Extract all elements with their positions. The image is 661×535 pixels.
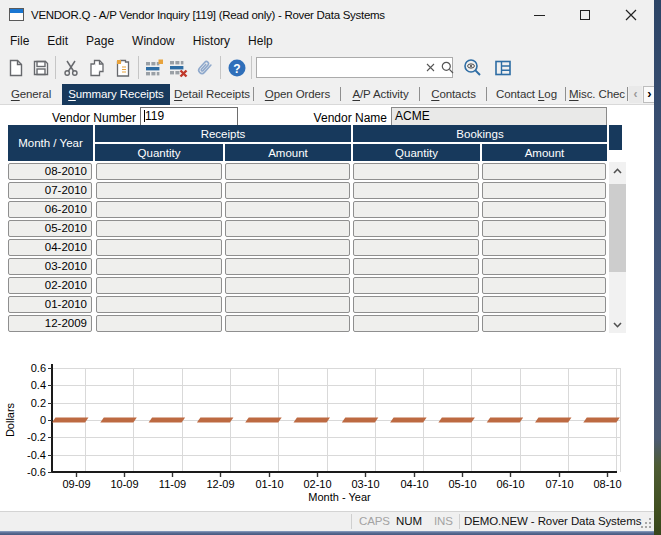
tab-contacts[interactable]: Contacts xyxy=(420,84,487,105)
row-month[interactable]: 12-2009 xyxy=(8,315,92,332)
series-dash-segment xyxy=(197,417,234,422)
row-cell[interactable] xyxy=(96,315,222,332)
table-scrollbar[interactable] xyxy=(609,162,626,333)
row-cell[interactable] xyxy=(353,277,479,294)
row-cell[interactable] xyxy=(96,277,222,294)
row-cell[interactable] xyxy=(96,220,222,237)
cut-button[interactable] xyxy=(61,58,81,78)
row-cell[interactable] xyxy=(482,239,606,256)
save-button[interactable] xyxy=(31,58,51,78)
delete-rows-icon xyxy=(168,58,188,78)
series-dash-segment xyxy=(342,417,379,422)
tab-contact-log[interactable]: Contact Log xyxy=(487,84,566,105)
row-cell[interactable] xyxy=(482,258,606,275)
row-cell[interactable] xyxy=(482,296,606,313)
y-axis-title: Dollars xyxy=(4,402,16,437)
row-month[interactable]: 06-2010 xyxy=(8,201,92,218)
menu-window[interactable]: Window xyxy=(123,30,184,52)
vendor-name-input[interactable]: ACME xyxy=(391,107,607,126)
tab-summary-receipts[interactable]: Summary Receipts xyxy=(62,84,170,105)
grid-view-button[interactable] xyxy=(493,58,513,78)
y-tick-label: 0.2 xyxy=(31,397,46,409)
minimize-button[interactable] xyxy=(516,0,562,30)
vendor-number-input[interactable]: 119 xyxy=(140,107,238,126)
menu-file[interactable]: File xyxy=(1,30,38,52)
menu-page[interactable]: Page xyxy=(77,30,123,52)
tab-misc-chec[interactable]: Misc. Chec xyxy=(566,84,628,105)
scroll-down-icon[interactable] xyxy=(609,316,626,333)
attachment-icon xyxy=(194,58,214,78)
tab-general[interactable]: General xyxy=(0,84,62,105)
help-icon: ? xyxy=(227,58,247,78)
clear-search-icon[interactable] xyxy=(424,61,437,74)
row-cell[interactable] xyxy=(353,201,479,218)
delete-rows-button[interactable] xyxy=(168,58,188,78)
lookup-eye-button[interactable] xyxy=(462,58,484,78)
row-cell[interactable] xyxy=(482,201,606,218)
new-document-button[interactable] xyxy=(6,58,26,78)
tab-scroll-left-button[interactable]: ‹ xyxy=(629,86,642,103)
row-cell[interactable] xyxy=(353,315,479,332)
help-button[interactable]: ? xyxy=(227,58,247,78)
insert-rows-button[interactable] xyxy=(144,58,164,78)
copy-button[interactable] xyxy=(87,58,107,78)
row-cell[interactable] xyxy=(96,239,222,256)
row-cell[interactable] xyxy=(353,163,479,180)
menu-history[interactable]: History xyxy=(184,30,239,52)
menu-edit[interactable]: Edit xyxy=(38,30,77,52)
row-cell[interactable] xyxy=(482,315,606,332)
search-icon[interactable] xyxy=(440,60,455,75)
row-cell[interactable] xyxy=(353,239,479,256)
row-month[interactable]: 05-2010 xyxy=(8,220,92,237)
header-bookings-quantity: Quantity xyxy=(353,144,480,161)
row-month[interactable]: 03-2010 xyxy=(8,258,92,275)
toolbar-separator xyxy=(251,56,252,79)
row-cell[interactable] xyxy=(96,201,222,218)
toolbar-separator xyxy=(138,56,139,79)
row-cell[interactable] xyxy=(96,296,222,313)
window-title: VENDOR.Q - A/P Vendor Inquiry [119] (Rea… xyxy=(31,0,385,30)
row-cell[interactable] xyxy=(482,220,606,237)
row-cell[interactable] xyxy=(225,163,350,180)
row-cell[interactable] xyxy=(353,296,479,313)
attachment-button[interactable] xyxy=(194,58,214,78)
row-cell[interactable] xyxy=(353,220,479,237)
row-cell[interactable] xyxy=(225,296,350,313)
row-cell[interactable] xyxy=(225,277,350,294)
row-month[interactable]: 04-2010 xyxy=(8,239,92,256)
row-cell[interactable] xyxy=(225,239,350,256)
row-month[interactable]: 02-2010 xyxy=(8,277,92,294)
x-tick-label: 06-10 xyxy=(496,478,524,490)
row-cell[interactable] xyxy=(96,163,222,180)
row-cell[interactable] xyxy=(225,201,350,218)
row-cell[interactable] xyxy=(482,182,606,199)
scroll-up-icon[interactable] xyxy=(609,162,626,179)
row-cell[interactable] xyxy=(225,220,350,237)
menu-help[interactable]: Help xyxy=(239,30,282,52)
series-dash-segment xyxy=(535,417,572,422)
tab-a-p-activity[interactable]: A/P Activity xyxy=(341,84,420,105)
resize-grip[interactable] xyxy=(641,518,653,529)
vendor-number-label: Vendor Number xyxy=(37,110,136,126)
row-cell[interactable] xyxy=(225,182,350,199)
row-cell[interactable] xyxy=(482,277,606,294)
tab-open-orders[interactable]: Open Orders xyxy=(254,84,341,105)
row-cell[interactable] xyxy=(96,182,222,199)
tab-detail-receipts[interactable]: Detail Receipts xyxy=(170,84,254,105)
close-button[interactable] xyxy=(608,0,654,30)
row-month[interactable]: 01-2010 xyxy=(8,296,92,313)
save-icon xyxy=(31,58,51,78)
row-cell[interactable] xyxy=(353,182,479,199)
row-cell[interactable] xyxy=(225,258,350,275)
app-window: VENDOR.Q - A/P Vendor Inquiry [119] (Rea… xyxy=(0,0,654,531)
row-cell[interactable] xyxy=(225,315,350,332)
row-month[interactable]: 08-2010 xyxy=(8,163,92,180)
scrollbar-thumb[interactable] xyxy=(609,184,626,272)
header-group-receipts: Receipts xyxy=(95,125,351,142)
row-cell[interactable] xyxy=(96,258,222,275)
row-cell[interactable] xyxy=(482,163,606,180)
row-month[interactable]: 07-2010 xyxy=(8,182,92,199)
paste-button[interactable] xyxy=(113,58,133,78)
maximize-button[interactable] xyxy=(562,0,608,30)
row-cell[interactable] xyxy=(353,258,479,275)
